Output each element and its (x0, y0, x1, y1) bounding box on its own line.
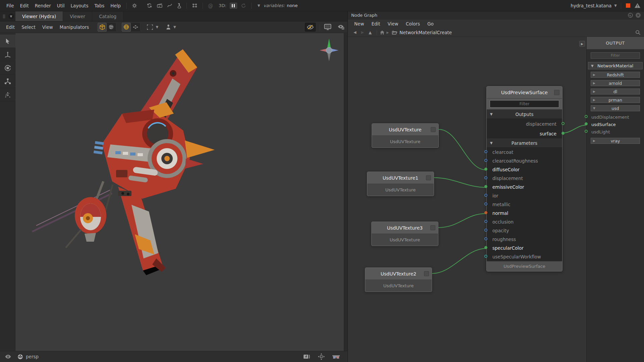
viewer-menu-edit[interactable]: Edit (3, 24, 18, 30)
menubar-item-help[interactable]: Help (107, 3, 124, 8)
tab-catalog[interactable]: Catalog (92, 11, 123, 21)
selection-mode-control[interactable]: ▼ (147, 24, 160, 30)
menubar-item-util[interactable]: Util (54, 3, 68, 8)
output-root-networkmaterial[interactable]: ▼NetworkMaterial (588, 62, 643, 69)
camera-view-control[interactable]: ▼ (166, 24, 177, 30)
output-group-usd[interactable]: ▼usd (591, 105, 640, 111)
monitor-icon[interactable] (324, 24, 331, 30)
input-port-diffuseColor[interactable] (484, 168, 487, 171)
parameter-row[interactable]: opacity (487, 226, 562, 235)
snapshot-icon[interactable] (303, 354, 311, 359)
output-group-prman[interactable]: ▶prman (591, 97, 640, 103)
camera-aperture-icon[interactable] (17, 354, 23, 360)
node-graph-titlebar[interactable]: Node Graph × (348, 11, 644, 19)
input-port-displacement[interactable] (484, 176, 487, 179)
output-port-displacement[interactable] (561, 122, 565, 125)
parameter-row[interactable]: clearcoat (487, 148, 562, 157)
menubar-item-layouts[interactable]: Layouts (68, 3, 92, 8)
shaded-mode-button[interactable] (98, 23, 107, 32)
nodegraph-menu-go[interactable]: Go (424, 21, 437, 26)
output-row[interactable]: displacement (487, 119, 562, 129)
eye-check-icon[interactable] (337, 24, 345, 30)
float-pane-icon[interactable] (628, 13, 633, 18)
input-port-ior[interactable] (484, 194, 487, 197)
parameter-row[interactable]: ior (487, 191, 562, 200)
parameter-row[interactable]: normal (487, 209, 562, 218)
input-port-opacity[interactable] (484, 229, 487, 232)
node-usduvtexture[interactable]: UsdUVTexture UsdUVTexture (372, 123, 439, 148)
input-port-occlusion[interactable] (484, 220, 487, 223)
parameter-row[interactable]: roughness (487, 235, 562, 244)
pane-menu-button[interactable]: ▼ (7, 11, 15, 21)
output-row[interactable]: surface (487, 129, 562, 138)
clapperboard-icon[interactable]: A (157, 3, 162, 8)
outputs-section-header[interactable]: ▼ Outputs (487, 110, 562, 119)
home-icon[interactable] (380, 30, 385, 35)
menubar-item-render[interactable]: Render (32, 3, 54, 8)
input-port-normal[interactable] (484, 211, 487, 214)
output-group-dl[interactable]: ▶dl (591, 88, 640, 95)
viewer-menu-manipulators[interactable]: Manipulators (56, 24, 93, 30)
input-port-clearcoat[interactable] (484, 150, 487, 153)
stereo-glasses-icon[interactable] (332, 354, 340, 359)
output-group-vray[interactable]: ▶vray (591, 138, 640, 144)
node-usduvtexture2[interactable]: UsdUVTexture2 UsdUVTexture (365, 267, 432, 292)
parameter-row[interactable]: useSpecularWorkflow (487, 252, 562, 261)
panel-collapse-button[interactable]: ▶ (579, 41, 585, 47)
warning-icon[interactable] (634, 3, 641, 8)
translate-tool-button[interactable] (0, 48, 15, 61)
node-badge[interactable] (554, 90, 559, 95)
viewport-3d[interactable] (15, 33, 344, 351)
settings-gear-icon[interactable] (132, 3, 137, 8)
scale-tool-button[interactable] (0, 75, 15, 88)
parameter-row[interactable]: occlusion (487, 218, 562, 226)
output-port-row-usdsurface[interactable]: usdSurface (587, 121, 644, 128)
menubar-item-tabs[interactable]: Tabs (91, 3, 107, 8)
parameter-row[interactable]: diffuseColor (487, 165, 562, 174)
pause-button[interactable] (230, 3, 237, 9)
textured-mode-button[interactable] (107, 23, 116, 32)
select-tool-button[interactable] (0, 35, 15, 48)
output-port-row-usddisplacement[interactable]: usdDisplacement (587, 113, 644, 121)
menubar-item-edit[interactable]: Edit (17, 3, 32, 8)
input-port-useSpecularWorkflow[interactable] (484, 255, 487, 258)
pivot-tool-button[interactable] (0, 88, 15, 102)
nodegraph-menu-new[interactable]: New (351, 21, 368, 26)
output-port-surface[interactable] (561, 132, 565, 135)
port-usdDisplacement[interactable] (585, 115, 588, 118)
nav-up-icon[interactable]: ▲ (369, 30, 372, 35)
node-usduvtexture3[interactable]: UsdUVTexture3 UsdUVTexture (371, 222, 438, 246)
proxy-display-button[interactable] (131, 23, 140, 32)
input-port-clearcoatRoughness[interactable] (484, 159, 487, 162)
output-group-arnold[interactable]: ▶arnold (591, 80, 640, 86)
input-port-metallic[interactable] (484, 202, 487, 205)
flask-icon[interactable] (177, 3, 181, 8)
nodegraph-menu-view[interactable]: View (384, 21, 402, 26)
nodegraph-menu-colors[interactable]: Colors (402, 21, 424, 26)
chevron-down-icon[interactable]: ▼ (614, 4, 617, 7)
viewer-menu-view[interactable]: View (39, 24, 56, 30)
node-filter-input[interactable] (490, 100, 559, 108)
visibility-eye-icon[interactable] (5, 354, 11, 359)
sync-icon[interactable] (147, 3, 152, 8)
render-farm-icon[interactable] (192, 3, 198, 8)
node-graph-canvas[interactable]: UsdUVTexture UsdUVTexture UsdUVTexture1 … (348, 37, 644, 362)
breadcrumb-node-name[interactable]: NetworkMaterialCreate (399, 30, 452, 35)
input-port-roughness[interactable] (484, 237, 487, 240)
nav-back-icon[interactable]: ◀ (354, 30, 356, 35)
variables-control[interactable]: ▼ variables: none (256, 3, 298, 8)
input-port-specularColor[interactable] (484, 246, 487, 249)
orientation-gizmo[interactable] (320, 37, 338, 62)
parameter-row[interactable]: clearcoatRoughness (487, 157, 562, 165)
node-badge[interactable] (430, 225, 435, 230)
output-filter-input[interactable] (591, 52, 640, 59)
parameter-row[interactable]: metallic (487, 200, 562, 209)
tab-viewer[interactable]: Viewer (63, 11, 92, 21)
node-badge[interactable] (424, 271, 429, 276)
parameter-row[interactable]: specularColor (487, 244, 562, 252)
project-filename[interactable]: hydra_test.katana (571, 3, 611, 8)
output-port-row-usdlight[interactable]: usdLight (587, 128, 644, 135)
nodegraph-menu-edit[interactable]: Edit (368, 21, 384, 26)
wireframe-sphere-button[interactable] (122, 23, 131, 32)
curve-icon[interactable] (167, 3, 172, 8)
